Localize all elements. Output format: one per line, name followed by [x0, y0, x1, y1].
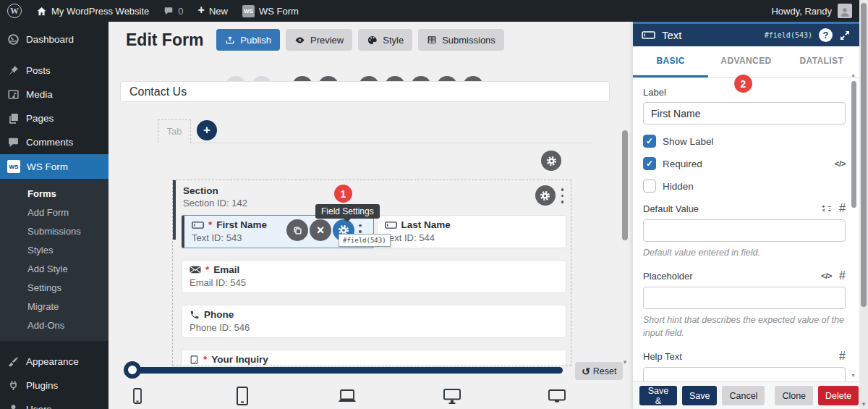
hidden-row: ✓ Hidden — [643, 180, 846, 193]
delete-button[interactable]: Delete — [818, 386, 859, 405]
cancel-button[interactable]: Cancel — [722, 386, 765, 405]
delete-field-button[interactable]: × — [310, 219, 331, 241]
submenu-item-styles[interactable]: Styles — [0, 240, 109, 259]
field-email[interactable]: * Email Email ID: 545 — [182, 260, 566, 293]
sidebar-item-appearance[interactable]: Appearance — [0, 350, 109, 374]
breakpoint-slider-track[interactable] — [127, 367, 563, 374]
sidebar-label: Posts — [26, 65, 51, 76]
page-scrollbar[interactable]: ▼ — [859, 0, 868, 409]
new-content-menu[interactable]: + New — [191, 0, 235, 22]
help-text-input[interactable] — [643, 367, 846, 381]
sidebar-item-plugins[interactable]: Plugins — [0, 374, 109, 397]
sidebar-item-media[interactable]: Media — [0, 83, 109, 106]
expand-icon[interactable] — [839, 30, 851, 41]
reset-button[interactable]: ↺ Reset — [575, 362, 623, 380]
submenu-item-add-ons[interactable]: Add-Ons — [0, 316, 109, 334]
field-your-inquiry[interactable]: * Your Inquiry Text Area ID: 547 — [182, 350, 566, 366]
add-tab-button[interactable]: + — [197, 120, 217, 140]
sidebar-item-pages[interactable]: Pages — [0, 106, 109, 130]
submenu-item-add-style[interactable]: Add Style — [0, 259, 109, 278]
submenu-item-add-form[interactable]: Add Form — [0, 203, 109, 222]
sidebar-item-comments[interactable]: Comments — [0, 130, 109, 154]
ws-form-badge-icon: WS — [242, 5, 255, 17]
ws-form-icon: WS — [7, 160, 20, 173]
eye-icon — [294, 35, 305, 46]
field-phone[interactable]: Phone Phone ID: 546 — [182, 305, 566, 338]
variables-icon[interactable]: # — [839, 269, 846, 282]
breakpoint-smartphone-icon[interactable] — [123, 386, 152, 406]
canvas-scrollbar[interactable]: ▼ — [622, 130, 628, 369]
scroll-down-icon[interactable]: ▼ — [861, 401, 867, 408]
comments-icon — [7, 136, 20, 148]
label-input[interactable] — [643, 102, 846, 125]
site-name-link[interactable]: My WordPress Website — [29, 0, 156, 22]
field-last-name[interactable]: Last Name Text ID: 544 — [377, 215, 567, 248]
form-tab[interactable]: Tab — [158, 119, 191, 143]
submissions-button[interactable]: Submissions — [418, 29, 504, 51]
calculation-icon[interactable]: + −× ÷ — [822, 205, 832, 213]
panel-scrollbar-thumb[interactable] — [851, 81, 856, 208]
wp-logo-menu[interactable]: W — [0, 0, 29, 22]
sidebar-item-posts[interactable]: Posts — [0, 59, 109, 83]
sidebar-item-users[interactable]: Users — [0, 397, 109, 409]
comment-count: 0 — [178, 6, 183, 17]
text-field-icon — [642, 31, 655, 39]
preview-button[interactable]: Preview — [286, 29, 352, 51]
code-icon[interactable]: </> — [821, 271, 832, 280]
variables-icon[interactable]: # — [839, 350, 846, 363]
tab-settings-button[interactable] — [541, 151, 561, 171]
variables-icon[interactable]: # — [839, 202, 846, 215]
canvas-scrollbar-thumb[interactable] — [622, 130, 628, 240]
panel-header: Text #field(543) ? — [633, 22, 859, 46]
section-drag-bar[interactable] — [173, 180, 176, 240]
breakpoint-slider-handle[interactable] — [124, 361, 141, 379]
sidebar-item-dashboard[interactable]: Dashboard — [0, 28, 109, 51]
hidden-checkbox[interactable]: ✓ — [643, 180, 656, 193]
breakpoint-monitor-icon[interactable] — [542, 386, 571, 406]
save-button[interactable]: Save — [682, 386, 718, 405]
clone-button[interactable]: Clone — [775, 386, 813, 405]
breakpoint-tablet-icon[interactable] — [228, 386, 257, 406]
show-label-checkbox[interactable]: ✓ — [643, 135, 656, 148]
panel-tabs: BASIC ADVANCED DATALIST — [633, 46, 859, 78]
panel-scrollbar[interactable]: ▲ ▼ — [851, 74, 856, 376]
scroll-down-icon[interactable]: ▼ — [851, 373, 856, 378]
field-label: Email — [213, 264, 239, 275]
ws-form-shortcut[interactable]: WS WS Form — [235, 0, 306, 22]
form-name-input[interactable] — [120, 81, 610, 102]
sidebar-item-ws-form[interactable]: WS WS Form — [0, 154, 109, 179]
comments-shortcut[interactable]: 0 — [156, 0, 190, 22]
publish-button[interactable]: Publish — [216, 29, 280, 51]
breakpoint-desktop-icon[interactable] — [438, 386, 467, 406]
section-drag-handle[interactable] — [561, 185, 564, 203]
section-settings-button[interactable] — [535, 185, 556, 206]
default-value-input[interactable] — [643, 219, 846, 242]
scroll-up-icon[interactable]: ▲ — [851, 72, 856, 77]
submenu-item-forms[interactable]: Forms — [0, 184, 109, 203]
page-scrollbar-thumb[interactable] — [861, 3, 867, 307]
tab-advanced[interactable]: ADVANCED — [708, 46, 783, 77]
users-icon — [7, 403, 20, 409]
code-icon[interactable]: </> — [835, 159, 846, 168]
submenu-item-submissions[interactable]: Submissions — [0, 222, 109, 240]
account-menu[interactable]: Howdy, Randy — [771, 4, 868, 18]
breakpoint-laptop-icon[interactable] — [333, 386, 362, 406]
placeholder-input[interactable] — [643, 287, 846, 309]
style-button[interactable]: Style — [358, 29, 412, 51]
clone-field-button[interactable] — [286, 219, 308, 241]
close-icon: × — [317, 223, 325, 238]
save-close-button[interactable]: Save & Close — [639, 386, 677, 405]
wordpress-logo-icon: W — [7, 4, 22, 18]
required-checkbox[interactable]: ✓ — [643, 157, 656, 170]
required-asterisk: * — [208, 219, 212, 230]
tab-basic[interactable]: BASIC — [633, 46, 708, 77]
check-icon: ✓ — [646, 136, 653, 146]
question-icon: ? — [823, 30, 829, 41]
sidebar-separator — [0, 51, 109, 59]
submenu-item-settings[interactable]: Settings — [0, 278, 109, 297]
tab-datalist[interactable]: DATALIST — [784, 46, 859, 77]
site-name: My WordPress Website — [51, 6, 149, 17]
panel-help-button[interactable]: ? — [819, 28, 833, 42]
submenu-item-migrate[interactable]: Migrate — [0, 297, 109, 316]
scroll-down-icon[interactable]: ▼ — [622, 359, 628, 366]
